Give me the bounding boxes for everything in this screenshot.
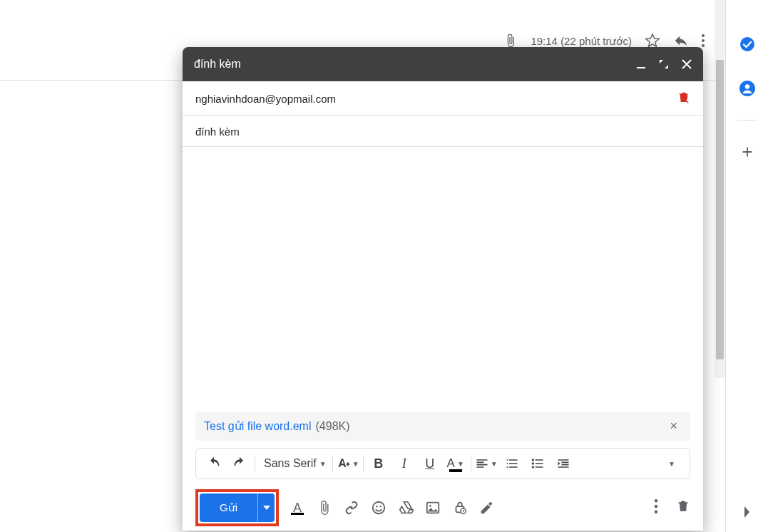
remove-attachment-icon[interactable]: × (665, 419, 682, 434)
svg-point-14 (429, 505, 431, 507)
no-encryption-icon[interactable] (677, 91, 690, 106)
numbered-list-button[interactable] (500, 451, 524, 476)
contacts-app-icon[interactable] (734, 76, 760, 101)
subject-text[interactable]: đính kèm (195, 126, 240, 138)
font-family-select[interactable]: Sans Serif ▼ (258, 457, 329, 470)
font-size-button[interactable]: ▼ (336, 451, 360, 476)
minimize-icon[interactable] (636, 59, 646, 69)
svg-point-12 (380, 506, 382, 507)
insert-emoji-icon[interactable] (370, 499, 387, 516)
svg-point-19 (655, 511, 657, 513)
svg-point-17 (655, 499, 657, 502)
undo-button[interactable] (202, 451, 226, 476)
svg-point-5 (744, 84, 749, 88)
svg-point-11 (376, 506, 377, 507)
side-expand-icon[interactable] (726, 505, 768, 519)
fullscreen-icon[interactable] (659, 59, 669, 69)
insert-photo-icon[interactable] (424, 499, 441, 516)
svg-point-18 (655, 505, 657, 508)
font-family-label: Sans Serif (264, 457, 317, 470)
text-color-button[interactable]: A▼ (444, 451, 468, 476)
insert-link-icon[interactable] (343, 499, 360, 516)
redo-button[interactable] (227, 451, 252, 476)
send-button[interactable]: Gửi (200, 493, 275, 522)
send-options-dropdown[interactable] (257, 493, 275, 522)
compose-header[interactable]: đính kèm (183, 47, 703, 81)
formatting-toolbar: Sans Serif ▼ ▼ B I U A▼ ▼ ▼ (195, 448, 690, 479)
more-formatting-button[interactable]: ▼ (660, 451, 684, 476)
subject-row[interactable]: đính kèm (183, 116, 703, 147)
attachment-size: (498K) (316, 420, 350, 433)
svg-point-3 (740, 37, 754, 51)
formatting-toggle-icon[interactable]: A (289, 499, 306, 516)
recipients-row[interactable]: nghiavinhdoan@yopmail.com (183, 81, 703, 116)
svg-point-7 (531, 459, 533, 461)
add-app-button[interactable] (734, 139, 760, 165)
italic-button[interactable]: I (392, 451, 416, 476)
more-options-icon[interactable] (649, 499, 663, 516)
svg-rect-6 (637, 67, 645, 68)
tasks-app-icon[interactable] (734, 31, 760, 57)
attachment-chip: Test gửi file word.eml (498K) × (195, 411, 690, 441)
close-icon[interactable] (682, 59, 692, 69)
scrollbar-thumb[interactable] (716, 60, 724, 359)
insert-signature-icon[interactable] (478, 499, 496, 516)
svg-point-9 (531, 466, 533, 468)
attachment-filename[interactable]: Test gửi file word.eml (204, 419, 312, 433)
recipient-chip[interactable]: nghiavinhdoan@yopmail.com (195, 93, 677, 105)
align-button[interactable]: ▼ (474, 451, 498, 476)
attach-file-icon[interactable] (316, 499, 333, 516)
compose-title: đính kèm (194, 58, 636, 71)
svg-point-8 (531, 462, 533, 464)
main-scrollbar[interactable] (715, 0, 725, 378)
bulleted-list-button[interactable] (526, 451, 550, 476)
side-panel (725, 0, 768, 532)
underline-button[interactable]: U (418, 451, 442, 476)
indent-button[interactable] (551, 451, 575, 476)
svg-point-1 (702, 39, 705, 42)
email-time: 19:14 (22 phút trước) (531, 35, 632, 48)
discard-draft-icon[interactable] (676, 499, 690, 516)
send-button-label[interactable]: Gửi (200, 493, 257, 522)
svg-point-2 (702, 44, 705, 47)
insert-drive-icon[interactable] (397, 499, 414, 516)
compose-bottom-bar: Gửi A (183, 485, 703, 531)
bold-button[interactable]: B (367, 451, 391, 476)
more-icon[interactable] (702, 34, 705, 49)
svg-point-10 (373, 502, 385, 514)
svg-point-0 (702, 34, 705, 37)
compose-window: đính kèm nghiavinhdoan@yopmail.com đính … (183, 47, 703, 531)
compose-tool-icons: A (289, 499, 496, 516)
side-divider (737, 120, 757, 121)
send-button-highlight: Gửi (195, 489, 279, 526)
compose-body[interactable] (183, 147, 703, 411)
confidential-mode-icon[interactable] (451, 499, 469, 516)
